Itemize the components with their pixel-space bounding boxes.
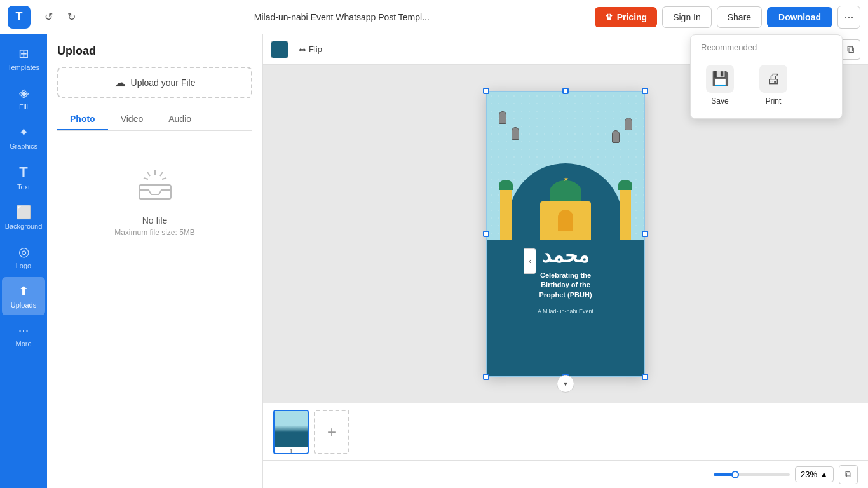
redo-button[interactable]: ↻: [61, 7, 81, 27]
logo-icon: ◎: [18, 244, 29, 259]
event-text: A Milad-un-nabi Event: [538, 308, 593, 315]
dropdown-save-item[interactable]: 💾 Save: [698, 60, 742, 111]
sidebar-item-label-templates: Templates: [8, 64, 39, 71]
sidebar: ⊞ Templates ◈ Fill ✦ Graphics T Text ⬜ B…: [0, 34, 47, 488]
upload-file-button[interactable]: ☁ Upload your File: [57, 67, 252, 98]
zoom-slider[interactable]: [714, 473, 790, 476]
zoom-slider-fill: [714, 473, 733, 476]
no-file-area: No file Maximum file size: 5MB: [57, 144, 252, 262]
sidebar-item-label-logo: Logo: [16, 262, 31, 269]
sidebar-item-label-graphics: Graphics: [10, 142, 37, 150]
svg-rect-0: [139, 185, 171, 199]
mosque-tower: [540, 201, 591, 240]
handle-top-middle[interactable]: [562, 88, 569, 94]
crown-icon: ♛: [605, 12, 613, 22]
dropdown-print-item[interactable]: 🖨 Print: [752, 60, 795, 111]
print-icon: 🖨: [766, 71, 780, 87]
more-icon: ···: [18, 323, 29, 337]
signin-button[interactable]: Sign In: [662, 6, 712, 28]
duplicate-button[interactable]: ⧉: [840, 39, 860, 60]
design-canvas[interactable]: محمد Celebrating the Birthday of the Pro…: [486, 91, 645, 377]
document-title: Milad-un-nabi Event Whatsapp Post Templ.…: [89, 12, 595, 22]
sidebar-item-templates[interactable]: ⊞ Templates: [2, 39, 45, 78]
dropdown-items: 💾 Save 🖨 Print: [698, 60, 834, 111]
undo-redo-group: ↺ ↻: [38, 7, 81, 27]
duplicate-icon: ⧉: [847, 44, 854, 55]
sidebar-item-more[interactable]: ··· More: [2, 316, 45, 354]
share-button[interactable]: Share: [717, 6, 762, 28]
lantern-right-2: [612, 130, 620, 143]
sidebar-item-label-uploads: Uploads: [11, 301, 36, 309]
zoom-slider-thumb[interactable]: [731, 471, 739, 478]
more-button[interactable]: ···: [837, 6, 860, 29]
tab-video[interactable]: Video: [108, 109, 156, 130]
zoom-control: [714, 473, 790, 476]
download-button[interactable]: Download: [767, 7, 832, 27]
handle-bottom-right[interactable]: [642, 374, 648, 380]
save-icon-wrapper: 💾: [706, 65, 734, 93]
divider-line: [522, 304, 609, 304]
svg-line-3: [160, 172, 163, 176]
mosque-main-dome: [550, 180, 581, 203]
minaret-left-dome: [499, 180, 513, 190]
handle-bottom-left[interactable]: [483, 374, 489, 380]
sidebar-item-label-more: More: [15, 340, 31, 348]
add-page-button[interactable]: +: [314, 410, 349, 454]
handle-top-left[interactable]: [483, 88, 489, 94]
sidebar-item-label-background: Background: [5, 222, 43, 230]
topbar: T ↺ ↻ Milad-un-nabi Event Whatsapp Post …: [0, 0, 868, 34]
sidebar-item-graphics[interactable]: ✦ Graphics: [2, 118, 45, 156]
mosque-door: [558, 210, 573, 231]
download-dropdown: Recommended 💾 Save 🖨 Print: [690, 34, 843, 119]
sidebar-item-text[interactable]: T Text: [2, 158, 45, 197]
handle-middle-right[interactable]: [642, 231, 648, 237]
lantern-left-2: [512, 127, 519, 140]
svg-line-5: [162, 178, 166, 179]
inbox-icon: [136, 169, 174, 208]
upload-panel: Upload ☁ Upload your File Photo Video Au…: [47, 34, 263, 488]
scroll-down-button[interactable]: ▾: [557, 375, 574, 393]
templates-icon: ⊞: [18, 46, 29, 61]
undo-button[interactable]: ↺: [38, 7, 58, 27]
background-icon: ⬜: [16, 205, 32, 220]
no-file-label: No file: [142, 215, 168, 226]
pricing-button[interactable]: ♛ Pricing: [595, 7, 657, 27]
celebrating-text: Celebrating the Birthday of the Prophet …: [539, 271, 592, 300]
handle-top-right[interactable]: [642, 88, 648, 94]
color-swatch[interactable]: [271, 41, 288, 58]
graphics-icon: ✦: [18, 125, 29, 140]
chevron-up-icon: ▲: [820, 470, 828, 479]
design-middle-section: محمد Celebrating the Birthday of the Pro…: [487, 240, 644, 315]
text-icon: T: [19, 164, 27, 180]
zoom-value: 23%: [801, 470, 817, 479]
sidebar-item-label-text: Text: [17, 183, 30, 191]
tab-photo[interactable]: Photo: [57, 109, 108, 130]
tab-audio[interactable]: Audio: [156, 109, 204, 130]
flip-icon: ⇔: [299, 44, 306, 55]
design-top-section: [487, 92, 644, 240]
minaret-right-dome: [618, 180, 632, 190]
zoom-percentage-button[interactable]: 23% ▲: [795, 466, 834, 482]
flip-button[interactable]: ⇔ Flip: [294, 42, 327, 57]
sidebar-item-logo[interactable]: ◎ Logo: [2, 238, 45, 276]
page-view-button[interactable]: ⧉: [839, 465, 858, 484]
minaret-left: [500, 189, 512, 240]
sidebar-item-uploads[interactable]: ⬆ Uploads: [2, 277, 45, 315]
page-number: 1: [275, 447, 308, 454]
save-icon: 💾: [712, 71, 729, 87]
sidebar-item-background[interactable]: ⬜ Background: [2, 198, 45, 236]
app-logo: T: [8, 6, 31, 29]
print-label: Print: [766, 97, 782, 105]
no-file-subtext: Maximum file size: 5MB: [114, 228, 195, 237]
minaret-right: [620, 189, 631, 240]
topbar-actions: ♛ Pricing Sign In Share Download ···: [595, 6, 860, 29]
dropdown-title: Recommended: [698, 43, 834, 52]
uploads-icon: ⬆: [18, 283, 29, 299]
collapse-panel-button[interactable]: ‹: [524, 248, 536, 274]
handle-middle-left[interactable]: [483, 231, 489, 237]
canvas-container: محمد Celebrating the Birthday of the Pro…: [486, 91, 645, 377]
upload-tabs: Photo Video Audio: [57, 109, 252, 131]
page-thumbnail-1[interactable]: 1: [273, 410, 309, 454]
sidebar-item-fill[interactable]: ◈ Fill: [2, 79, 45, 117]
grid-icon: ⧉: [845, 469, 851, 480]
